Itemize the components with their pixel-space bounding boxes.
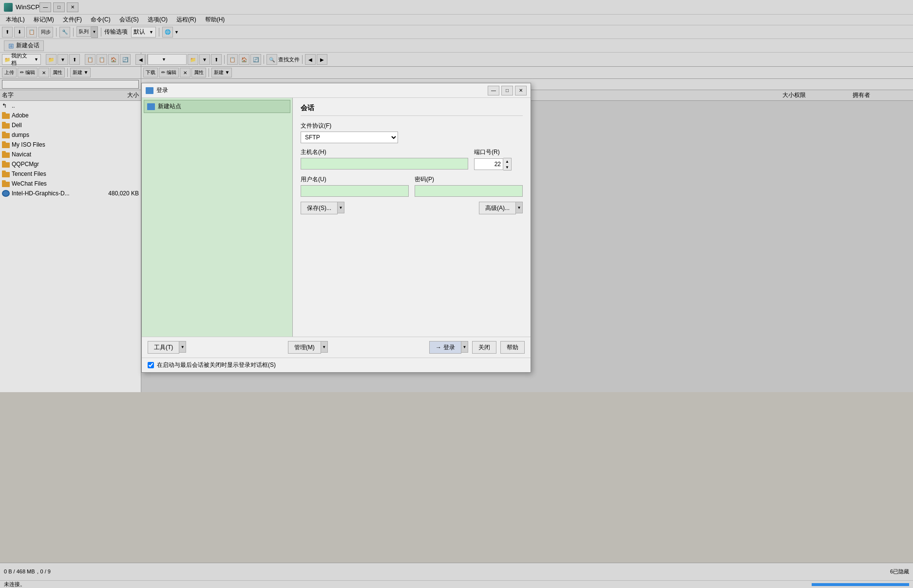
manage-button[interactable]: 管理(M) bbox=[288, 341, 321, 354]
site-icon bbox=[147, 103, 155, 110]
session-title: 会话 bbox=[301, 104, 523, 116]
show-login-checkbox[interactable] bbox=[148, 362, 154, 368]
advanced-btn-group: 高级(A)... ▼ bbox=[479, 202, 523, 214]
new-site-item[interactable]: 新建站点 bbox=[144, 100, 290, 113]
password-label: 密码(P) bbox=[415, 175, 523, 184]
session-panel: 会话 文件协议(F) SFTP FTP SCP WebDAV S3 主机名(H) bbox=[293, 98, 531, 337]
port-label: 端口号(R) bbox=[474, 148, 523, 156]
login-icon: → bbox=[436, 344, 441, 351]
login-button[interactable]: → 登录 bbox=[429, 341, 461, 354]
dialog-maximize[interactable]: □ bbox=[501, 86, 513, 95]
manage-dropdown[interactable]: ▼ bbox=[321, 341, 328, 353]
dialog-bottom-btns: 工具(T) ▼ 管理(M) ▼ → 登录 ▼ 关闭 帮助 bbox=[142, 337, 531, 358]
dialog-minimize[interactable]: — bbox=[488, 86, 499, 95]
login-dialog: 登录 — □ ✕ 新建站点 会话 文件协议(F) SFTP FTP SCP bbox=[141, 83, 531, 373]
protocol-label: 文件协议(F) bbox=[301, 122, 523, 130]
dialog-body: 新建站点 会话 文件协议(F) SFTP FTP SCP WebDAV S3 bbox=[142, 98, 531, 337]
dialog-close-btn[interactable]: ✕ bbox=[515, 86, 527, 95]
action-buttons-row: 保存(S)... ▼ 高级(A)... ▼ bbox=[301, 202, 523, 214]
tools-dropdown[interactable]: ▼ bbox=[179, 341, 186, 353]
dialog-controls: — □ ✕ bbox=[488, 86, 527, 95]
checkbox-area: 在启动与最后会话被关闭时显示登录对话框(S) bbox=[142, 358, 531, 372]
password-col: 密码(P) bbox=[415, 175, 523, 197]
protocol-select[interactable]: SFTP FTP SCP WebDAV S3 bbox=[301, 132, 398, 143]
login-dropdown[interactable]: ▼ bbox=[461, 341, 468, 353]
help-button[interactable]: 帮助 bbox=[500, 341, 525, 354]
save-button[interactable]: 保存(S)... bbox=[301, 202, 338, 214]
advanced-dropdown[interactable]: ▼ bbox=[516, 202, 523, 213]
port-col: 端口号(R) ▲ ▼ bbox=[474, 148, 523, 171]
close-dialog-button[interactable]: 关闭 bbox=[472, 341, 496, 354]
site-list: 新建站点 bbox=[142, 98, 293, 337]
host-port-row: 主机名(H) 端口号(R) ▲ ▼ bbox=[301, 148, 523, 171]
username-input[interactable] bbox=[301, 185, 409, 197]
port-down[interactable]: ▼ bbox=[503, 164, 511, 170]
tools-btn-group: 工具(T) ▼ bbox=[148, 341, 186, 354]
dialog-title: 登录 bbox=[156, 86, 488, 95]
port-input[interactable] bbox=[474, 158, 503, 170]
hostname-input[interactable] bbox=[301, 158, 468, 170]
hostname-label: 主机名(H) bbox=[301, 148, 468, 156]
port-arrows: ▲ ▼ bbox=[503, 158, 512, 171]
advanced-button[interactable]: 高级(A)... bbox=[479, 202, 516, 214]
login-btn-group: → 登录 ▼ bbox=[429, 341, 468, 354]
save-btn-group: 保存(S)... ▼ bbox=[301, 202, 344, 214]
hostname-col: 主机名(H) bbox=[301, 148, 468, 171]
tools-button[interactable]: 工具(T) bbox=[148, 341, 179, 354]
dialog-title-bar: 登录 — □ ✕ bbox=[142, 83, 531, 98]
port-up[interactable]: ▲ bbox=[503, 158, 511, 164]
protocol-group: 文件协议(F) SFTP FTP SCP WebDAV S3 bbox=[301, 122, 523, 143]
manage-btn-group: 管理(M) ▼ bbox=[288, 341, 328, 354]
user-pass-row: 用户名(U) 密码(P) bbox=[301, 175, 523, 197]
username-col: 用户名(U) bbox=[301, 175, 409, 197]
password-input[interactable] bbox=[415, 185, 523, 197]
save-dropdown[interactable]: ▼ bbox=[338, 202, 344, 213]
dialog-icon bbox=[146, 87, 153, 94]
username-label: 用户名(U) bbox=[301, 175, 409, 184]
port-spinner: ▲ ▼ bbox=[474, 158, 523, 171]
checkbox-label: 在启动与最后会话被关闭时显示登录对话框(S) bbox=[157, 361, 276, 369]
